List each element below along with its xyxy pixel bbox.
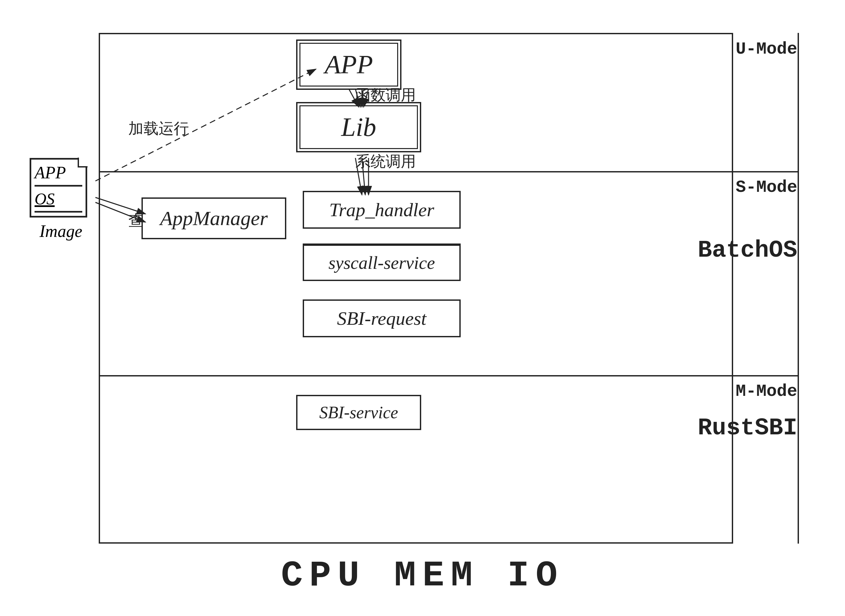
rustsbi-label: RustSBI [698,415,797,441]
syscall-annotation: 系统调用 [355,151,416,172]
diagram-container: U-Mode S-Mode BatchOS M-Mode RustSBI APP… [26,13,819,603]
trap-handler-box: Trap_handler [303,191,461,229]
m-mode-label: M-Mode [736,382,797,401]
image-label: Image [29,221,92,241]
h-divider-umode-smode [99,171,799,172]
sbi-request-label: SBI-request [337,308,427,329]
bottom-label: CPU MEM IO [26,555,819,596]
app-top-box: APP [296,40,402,90]
lib-label: Lib [341,113,376,141]
batchos-label: BatchOS [698,237,797,264]
image-box: APP OS Image [29,158,92,241]
sbi-service-box: SBI-service [296,395,421,430]
sbi-service-label: SBI-service [319,403,398,422]
func-call-annotation: 函数调用 [355,85,416,105]
syscall-service-label: syscall-service [329,253,435,273]
app-top-label: APP [325,50,373,79]
image-os-label: OS [35,189,82,213]
right-column-divider [798,33,799,544]
u-mode-label: U-Mode [736,40,797,59]
image-app-label: APP [35,163,82,186]
appmanager-box: AppManager [141,197,286,239]
trap-handler-label: Trap_handler [329,199,434,220]
s-mode-label: S-Mode [736,178,797,197]
sbi-request-box: SBI-request [303,299,461,337]
syscall-service-box: syscall-service [303,243,461,281]
appmanager-label: AppManager [160,207,267,229]
load-run-annotation: 加载运行 [128,119,189,139]
lib-box: Lib [296,102,421,153]
h-divider-smode-mmode [99,375,799,377]
